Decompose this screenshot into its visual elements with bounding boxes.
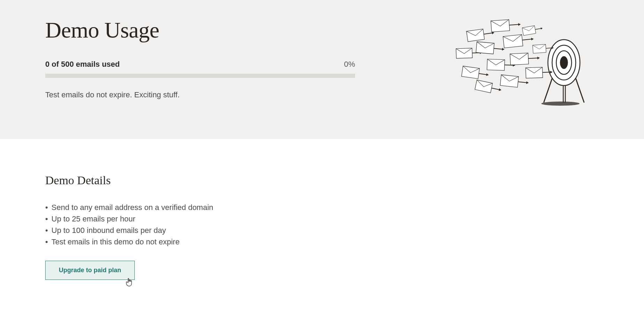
svg-point-4 [541,102,580,106]
svg-line-1 [575,76,584,103]
upgrade-button[interactable]: Upgrade to paid plan [45,261,135,280]
details-item: Test emails in this demo do not expire [45,236,599,248]
details-item: Send to any email address on a verified … [45,202,599,213]
svg-marker-14 [518,23,521,26]
svg-marker-26 [486,73,489,76]
svg-rect-42 [522,26,536,35]
svg-rect-9 [466,29,485,41]
usage-text: 0 of 500 emails used [45,60,120,69]
svg-marker-38 [526,81,529,84]
svg-marker-23 [531,38,534,41]
svg-point-8 [560,56,568,69]
svg-rect-45 [533,44,546,53]
hero-content: Demo Usage 0 of 500 emails used 0% Test … [45,17,355,99]
svg-line-0 [544,76,553,103]
page-title: Demo Usage [45,17,355,43]
details-list: Send to any email address on a verified … [45,202,599,248]
usage-percent: 0% [344,60,355,69]
svg-rect-24 [462,66,480,79]
usage-row: 0 of 500 emails used 0% [45,60,355,69]
envelopes-target-illustration [453,17,599,108]
details-item: Up to 25 emails per hour [45,213,599,225]
hero-section: Demo Usage 0 of 500 emails used 0% Test … [0,0,644,139]
details-title: Demo Details [45,174,599,187]
svg-marker-20 [502,48,504,50]
details-section: Demo Details Send to any email address o… [0,139,644,311]
svg-rect-33 [475,80,493,93]
details-item: Up to 100 inbound emails per day [45,225,599,236]
cursor-pointer-icon [125,278,644,288]
svg-rect-12 [491,19,510,32]
usage-note: Test emails do not expire. Exciting stuf… [45,90,355,99]
progress-bar [45,74,355,78]
svg-marker-32 [537,57,540,59]
